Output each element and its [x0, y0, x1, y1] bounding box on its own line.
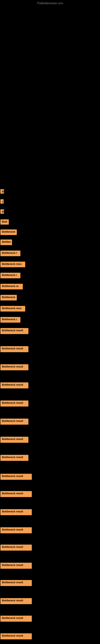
bottleneck-result-item[interactable]: Bottleneck [0, 295, 17, 300]
site-title: TheBottlenecker.com [37, 2, 63, 5]
bottleneck-result-item[interactable]: Bottleneck result [0, 346, 28, 352]
bottleneck-result-item[interactable]: | [0, 199, 3, 204]
bottleneck-result-item[interactable]: B [0, 189, 4, 194]
bottleneck-result-item[interactable]: Bottleneck result [0, 563, 32, 569]
bottleneck-result-item[interactable]: Bottleneck result [0, 527, 32, 533]
bottleneck-result-item[interactable]: Bottleneck result [0, 418, 28, 425]
bottleneck-result-item[interactable]: Bottleneck result [0, 364, 28, 370]
bottleneck-result-item[interactable]: Bottleneck result [0, 633, 32, 639]
bottleneck-result-item[interactable]: Bottleneck resu [0, 262, 25, 267]
bottleneck-result-item[interactable]: Bottleneck result [0, 491, 32, 497]
bottleneck-result-item[interactable]: Bottleneck result [0, 580, 32, 586]
bottleneck-result-item[interactable]: Bottleneck r [0, 273, 20, 278]
bottleneck-result-item[interactable]: Bottleneck result [0, 509, 32, 515]
bottleneck-result-item[interactable]: Bottleneck r [0, 250, 20, 256]
bottleneck-result-item[interactable]: Bottleneck resu [0, 306, 25, 312]
bottleneck-result-item[interactable]: Bott [0, 219, 9, 224]
bottleneck-result-item[interactable]: Bottleneck result [0, 400, 28, 406]
bottleneck-result-item[interactable]: B [0, 209, 4, 214]
bottleneck-result-item[interactable]: Bottleneck result [0, 598, 32, 604]
bottleneck-result-item[interactable]: Bottlen [0, 240, 12, 245]
bottleneck-result-item[interactable]: Bottleneck r [0, 317, 20, 322]
bottleneck-result-item[interactable]: Bottleneck result [0, 544, 32, 550]
bottleneck-result-item[interactable]: Bottleneck result [0, 455, 28, 461]
bottleneck-result-item[interactable]: Bottleneck result [0, 382, 28, 388]
bottleneck-result-item[interactable]: Bottleneck [0, 230, 17, 235]
bottleneck-result-item[interactable]: Bottleneck result [0, 328, 28, 334]
bottleneck-result-item[interactable]: Bottleneck result [0, 437, 28, 443]
bottleneck-result-item[interactable]: Bottleneck re [0, 284, 23, 290]
bottleneck-result-item[interactable]: Bottleneck result [0, 616, 32, 622]
bottleneck-result-item[interactable]: Bottleneck result [0, 474, 32, 480]
